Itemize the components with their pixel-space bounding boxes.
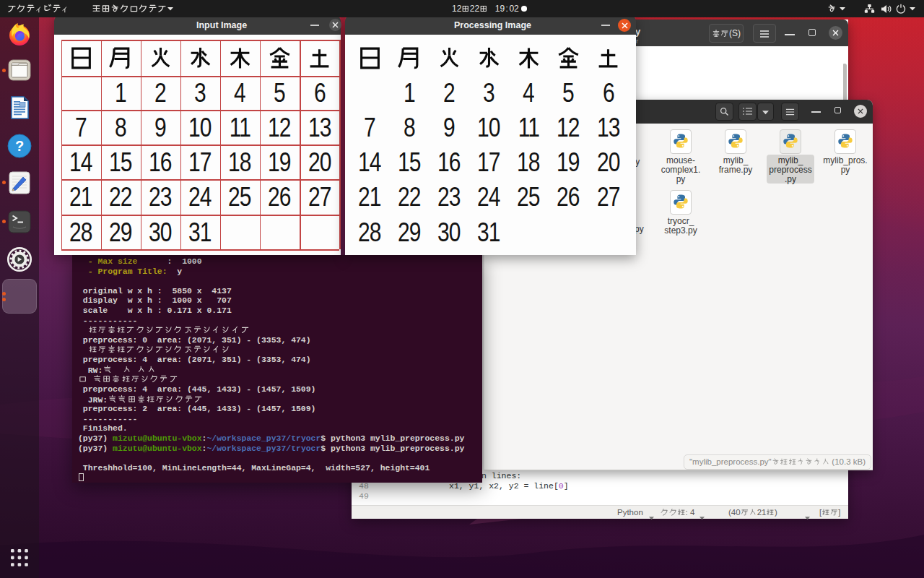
svg-text:?: ? <box>15 138 24 154</box>
